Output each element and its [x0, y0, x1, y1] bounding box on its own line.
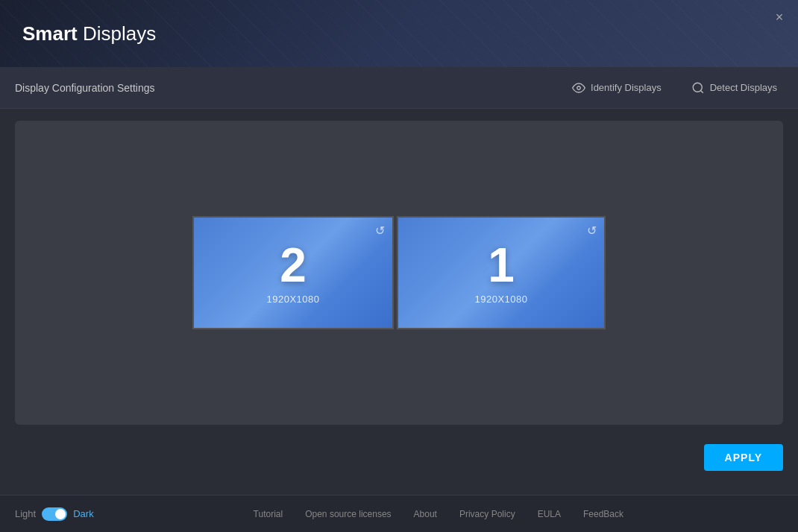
app-title-bold: Smart: [22, 22, 78, 45]
display-number-1: 1: [488, 241, 515, 289]
footer-about-link[interactable]: About: [414, 509, 437, 519]
svg-line-2: [700, 90, 703, 92]
footer-eula-link[interactable]: EULA: [538, 509, 561, 519]
footer: Light Dark Tutorial Open source licenses…: [0, 495, 798, 532]
identify-label: Identify Displays: [591, 82, 662, 93]
theme-switcher: Light Dark: [15, 507, 94, 521]
search-icon: [691, 81, 705, 95]
display-canvas: ↺ 2 1920X1080 ↺ 1 1920X1080: [15, 121, 783, 425]
app-title-rest: Displays: [78, 22, 156, 45]
apply-area: APPLY: [0, 437, 798, 478]
display-card-1[interactable]: ↺ 1 1920X1080: [397, 216, 606, 329]
section-label: Display Configuration Settings: [15, 82, 155, 94]
footer-feedback-link[interactable]: FeedBack: [583, 509, 623, 519]
app-title: Smart Displays: [22, 22, 156, 45]
theme-light-label: Light: [15, 508, 36, 519]
detect-label: Detect Displays: [710, 82, 777, 93]
header: Smart Displays ×: [0, 0, 798, 67]
rotation-icon-2[interactable]: ↺: [375, 224, 385, 238]
footer-opensource-link[interactable]: Open source licenses: [305, 509, 391, 519]
eye-icon: [572, 81, 585, 95]
footer-privacy-link[interactable]: Privacy Policy: [459, 509, 515, 519]
rotation-icon-1[interactable]: ↺: [587, 224, 597, 238]
detect-displays-button[interactable]: Detect Displays: [685, 77, 783, 98]
theme-dark-label: Dark: [73, 508, 93, 519]
toolbar: Display Configuration Settings Identify …: [0, 67, 798, 109]
display-card-2[interactable]: ↺ 2 1920X1080: [192, 216, 394, 329]
svg-point-1: [693, 83, 702, 92]
footer-links: Tutorial Open source licenses About Priv…: [94, 509, 783, 519]
display-screen-1: ↺ 1 1920X1080: [398, 218, 604, 328]
display-resolution-2: 1920X1080: [266, 294, 319, 305]
close-button[interactable]: ×: [771, 9, 788, 25]
main-content: Display Configuration Settings Identify …: [0, 67, 798, 495]
svg-point-0: [577, 86, 581, 89]
footer-tutorial-link[interactable]: Tutorial: [254, 509, 283, 519]
toolbar-actions: Identify Displays Detect Displays: [566, 77, 783, 98]
display-resolution-1: 1920X1080: [474, 294, 527, 305]
display-number-2: 2: [280, 241, 307, 289]
theme-toggle[interactable]: [42, 507, 67, 521]
display-screen-2: ↺ 2 1920X1080: [194, 218, 392, 328]
apply-button[interactable]: APPLY: [704, 444, 783, 471]
displays-wrapper: ↺ 2 1920X1080 ↺ 1 1920X1080: [192, 216, 606, 329]
identify-displays-button[interactable]: Identify Displays: [566, 77, 667, 98]
